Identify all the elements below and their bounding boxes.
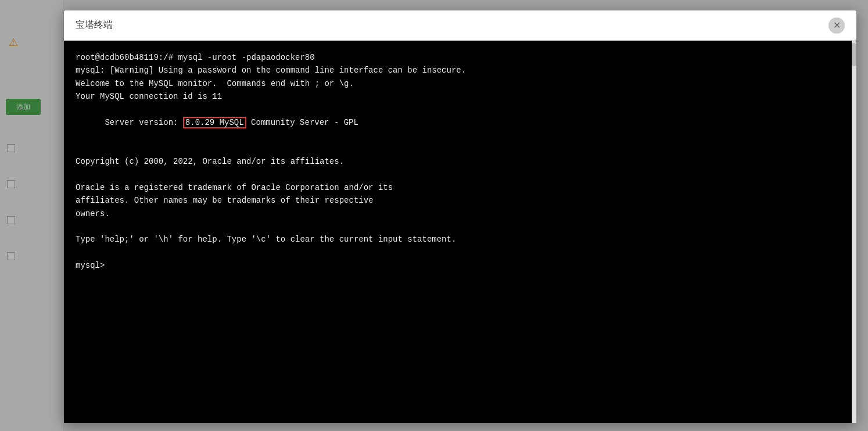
terminal-line-2: mysql: [Warning] Using a password on the… [76,64,845,77]
terminal-line-3: Welcome to the MySQL monitor. Commands e… [76,77,845,90]
terminal-line-4: Your MySQL connection id is 11 [76,90,845,103]
modal-title: 宝塔终端 [76,19,113,31]
terminal-line-13: Type 'help;' or '\h' for help. Type '\c'… [76,233,845,246]
terminal-area[interactable]: root@dcdb60b48119:/# mysql -uroot -pdapa… [64,41,856,423]
scrollbar-thumb[interactable] [852,43,856,66]
scrollbar[interactable] [852,41,856,423]
terminal-line-11: owners. [76,207,845,220]
terminal-line-15: mysql> [76,259,845,272]
terminal-line-1: root@dcdb60b48119:/# mysql -uroot -pdapa… [76,51,845,64]
terminal-modal: 宝塔终端 ✕ root@dcdb60b48119:/# mysql -uroot… [64,10,856,423]
terminal-line-5: Server version: 8.0.29 MySQL Community S… [76,103,845,142]
server-version-highlighted: 8.0.29 MySQL [183,117,246,128]
terminal-line-14 [76,246,845,259]
terminal-line-7: Copyright (c) 2000, 2022, Oracle and/or … [76,155,845,168]
terminal-line-12 [76,220,845,233]
terminal-line-6 [76,142,845,155]
server-version-prefix: Server version: [105,118,182,127]
terminal-line-8 [76,168,845,181]
server-version-suffix: Community Server - GPL [246,118,358,127]
modal-header: 宝塔终端 ✕ [64,10,856,41]
terminal-line-9: Oracle is a registered trademark of Orac… [76,181,845,194]
close-button[interactable]: ✕ [828,17,845,34]
terminal-line-10: affiliates. Other names may be trademark… [76,194,845,207]
